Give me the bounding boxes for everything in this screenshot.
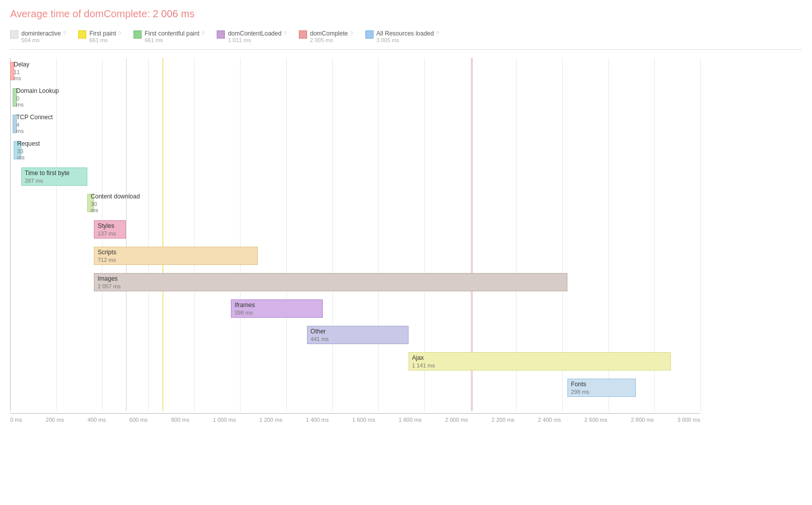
- bar-row-delay: Delay11 ms: [10, 58, 700, 84]
- bar-row-fonts: Fonts298 ms: [10, 375, 700, 401]
- chart-body: Delay11 msDomain Lookup0 msTCP Connect4 …: [10, 58, 802, 411]
- bar-value-time-to-first-byte: 287 ms: [25, 178, 87, 184]
- bar-label-content-download: Content download: [91, 193, 94, 200]
- bar-row-styles: Styles137 ms: [10, 216, 700, 243]
- x-label-3: 600 ms: [129, 417, 148, 423]
- grid-line-1: [56, 58, 57, 411]
- bar-label-request: Request: [17, 140, 21, 147]
- bar-block-ajax: Ajax1 141 ms: [409, 352, 671, 371]
- bar-label-images: Images: [97, 275, 567, 282]
- legend-color-domcontentloaded: [217, 30, 225, 39]
- x-label-5: 1 000 ms: [213, 417, 235, 423]
- bar-value-iframes: 398 ms: [234, 310, 322, 316]
- bar-label-time-to-first-byte: Time to first byte: [25, 170, 87, 177]
- bar-row-domain-lookup: Domain Lookup0 ms: [10, 84, 700, 111]
- bar-value-content-download: 30 ms: [91, 201, 94, 213]
- page: Average time of domComplete: 2 006 ms do…: [0, 0, 812, 431]
- milestone-line-firstpaint: [162, 58, 163, 411]
- legend-text-domcomplete: domComplete ? 2 005 ms: [310, 30, 353, 43]
- bar-value-styles: 137 ms: [97, 230, 125, 237]
- bar-row-scripts: Scripts712 ms: [10, 243, 700, 269]
- bar-row-iframes: Iframes398 ms: [10, 295, 700, 322]
- x-label-8: 1 600 ms: [352, 417, 375, 423]
- legend-color-dominteractive: [10, 30, 18, 39]
- x-label-1: 200 ms: [46, 417, 64, 423]
- grid-line-0: [10, 58, 11, 411]
- legend-color-firstcontentfulpaint: [133, 30, 142, 39]
- bar-row-request: Request33 ms: [10, 137, 700, 163]
- x-axis: 0 ms200 ms400 ms600 ms800 ms1 000 ms1 20…: [10, 413, 700, 423]
- bar-block-domain-lookup: Domain Lookup0 ms: [13, 88, 17, 107]
- bar-label-scripts: Scripts: [97, 249, 257, 256]
- bar-block-scripts: Scripts712 ms: [94, 247, 258, 265]
- bar-label-styles: Styles: [97, 222, 125, 229]
- legend-item-dominteractive: dominteractive ? 504 ms: [10, 30, 66, 43]
- legend-item-domcontentloaded: domContentLoaded ? 1 011 ms: [217, 30, 287, 43]
- grid-line-15: [700, 58, 701, 411]
- x-label-11: 2 200 ms: [492, 417, 515, 423]
- bar-block-other: Other441 ms: [307, 326, 409, 344]
- legend-item-firstcontentfulpaint: First contentful paint ? 661 ms: [133, 30, 205, 43]
- grid-line-7: [332, 58, 333, 411]
- x-label-2: 400 ms: [87, 417, 106, 423]
- title-prefix: Average time of domComplete:: [10, 8, 150, 19]
- x-label-13: 2 600 ms: [585, 417, 607, 423]
- x-label-15: 3 000 ms: [678, 417, 700, 423]
- milestone-line-dominteractive: [126, 58, 127, 411]
- legend-text-firstcontentfulpaint: First contentful paint ? 661 ms: [145, 30, 205, 43]
- legend-color-domcomplete: [299, 30, 307, 39]
- bar-label-ajax: Ajax: [412, 354, 670, 361]
- bar-label-fonts: Fonts: [571, 381, 635, 388]
- legend-color-firstpaint: [78, 30, 86, 39]
- bar-row-time-to-first-byte: Time to first byte287 ms: [10, 163, 700, 190]
- bar-row-images: Images2 057 ms: [10, 269, 700, 295]
- bar-row-content-download: Content download30 ms: [10, 190, 700, 216]
- bar-block-iframes: Iframes398 ms: [231, 299, 322, 318]
- legend-item-firstpaint: First paint ? 661 ms: [78, 30, 121, 43]
- legend-text-domcontentloaded: domContentLoaded ? 1 011 ms: [228, 30, 287, 43]
- legend-text-firstpaint: First paint ? 661 ms: [89, 30, 121, 43]
- bar-block-time-to-first-byte: Time to first byte287 ms: [21, 167, 87, 186]
- bar-value-fonts: 298 ms: [571, 389, 635, 395]
- bar-block-delay: Delay11 ms: [10, 62, 14, 80]
- bar-label-iframes: Iframes: [234, 301, 322, 309]
- chart-area: Delay11 msDomain Lookup0 msTCP Connect4 …: [10, 58, 802, 423]
- bar-value-ajax: 1 141 ms: [412, 362, 670, 368]
- grid-line-6: [286, 58, 287, 411]
- x-label-9: 1 800 ms: [399, 417, 422, 423]
- bar-value-images: 2 057 ms: [97, 283, 567, 289]
- grid-line-5: [240, 58, 241, 411]
- bar-block-fonts: Fonts298 ms: [567, 379, 636, 397]
- legend-text-dominteractive: dominteractive ? 504 ms: [21, 30, 66, 43]
- bar-value-scripts: 712 ms: [97, 257, 257, 263]
- x-label-14: 2 800 ms: [631, 417, 654, 423]
- bar-row-tcp-connect: TCP Connect4 ms: [10, 111, 700, 137]
- x-label-12: 2 400 ms: [538, 417, 561, 423]
- bar-block-tcp-connect: TCP Connect4 ms: [13, 115, 17, 133]
- bar-block-content-download: Content download30 ms: [87, 194, 94, 212]
- page-title: Average time of domComplete: 2 006 ms: [10, 8, 802, 20]
- bar-block-styles: Styles137 ms: [94, 220, 125, 239]
- bar-block-images: Images2 057 ms: [94, 273, 567, 291]
- bars-area: Delay11 msDomain Lookup0 msTCP Connect4 …: [10, 58, 700, 411]
- bar-row-other: Other441 ms: [10, 322, 700, 348]
- bar-value-request: 33 ms: [17, 148, 21, 160]
- legend-item-allresources: All Resources loaded ? 3 005 ms: [365, 30, 439, 43]
- x-label-7: 1 400 ms: [306, 417, 329, 423]
- title-value: 2 006 ms: [153, 8, 194, 19]
- grid-line-4: [194, 58, 195, 411]
- grid-line-8: [378, 58, 379, 411]
- legend: dominteractive ? 504 ms First paint ? 66…: [10, 30, 802, 50]
- x-label-6: 1 200 ms: [259, 417, 282, 423]
- legend-color-allresources: [365, 30, 374, 39]
- bar-value-other: 441 ms: [311, 336, 408, 342]
- legend-item-domcomplete: domComplete ? 2 005 ms: [299, 30, 353, 43]
- bar-label-other: Other: [311, 328, 408, 335]
- x-label-10: 2 000 ms: [445, 417, 468, 423]
- bar-row-ajax: Ajax1 141 ms: [10, 348, 700, 375]
- x-label-4: 800 ms: [171, 417, 189, 423]
- grid-line-3: [148, 58, 149, 411]
- x-label-0: 0 ms: [10, 417, 22, 423]
- legend-text-allresources: All Resources loaded ? 3 005 ms: [377, 30, 439, 43]
- bar-block-request: Request33 ms: [14, 141, 21, 159]
